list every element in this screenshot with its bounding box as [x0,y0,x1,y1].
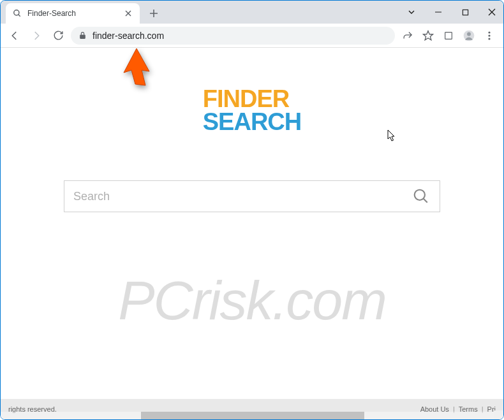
chevron-down-icon[interactable] [403,3,420,21]
page-content: FINDER SEARCH PCrisk.com rights reserved… [1,48,503,419]
address-bar[interactable]: finder-search.com [71,27,395,45]
reload-button[interactable] [49,27,67,45]
svg-line-1 [19,15,20,17]
tab-title: Finder-Search [27,9,118,18]
close-icon[interactable] [123,8,133,18]
search-input[interactable] [73,190,411,203]
tab-bar: Finder-Search [1,1,503,24]
close-window-button[interactable] [483,3,501,21]
cursor-icon [387,129,397,145]
back-button[interactable] [6,27,24,45]
logo: FINDER SEARCH [1,87,503,133]
svg-point-14 [488,31,490,33]
logo-line1: FINDER [203,87,301,110]
logo-line2: SEARCH [203,110,301,133]
svg-marker-10 [424,31,433,40]
extensions-icon[interactable] [440,27,457,45]
svg-point-15 [488,34,490,36]
svg-point-13 [467,32,471,36]
svg-point-17 [415,190,425,200]
profile-icon[interactable] [460,27,478,45]
svg-rect-7 [463,10,468,15]
svg-line-18 [424,199,427,203]
toolbar-right [399,27,498,45]
scrollbar-track [1,412,494,419]
minimize-button[interactable] [429,3,447,21]
share-icon[interactable] [399,27,417,45]
search-container [1,180,503,212]
search-icon[interactable] [411,187,431,206]
menu-icon[interactable] [480,27,498,45]
annotation-arrow-icon [114,46,153,93]
svg-rect-11 [445,32,452,39]
svg-point-0 [14,10,19,15]
window-controls [403,3,501,21]
scrollbar-corner [494,410,503,419]
lock-icon [78,31,87,40]
browser-tab[interactable]: Finder-Search [6,3,140,24]
bookmark-icon[interactable] [419,27,437,45]
browser-window: Finder-Search [0,0,504,420]
watermark: PCrisk.com [118,269,386,332]
new-tab-button[interactable] [145,4,163,22]
browser-toolbar: finder-search.com [1,24,503,48]
scrollbar-thumb[interactable] [141,412,364,419]
horizontal-scrollbar[interactable] [1,412,494,419]
maximize-button[interactable] [456,3,474,21]
svg-point-16 [488,38,490,40]
url-text: finder-search.com [93,31,164,41]
magnifier-icon [12,8,22,18]
search-box [64,180,440,212]
forward-button[interactable] [27,27,45,45]
